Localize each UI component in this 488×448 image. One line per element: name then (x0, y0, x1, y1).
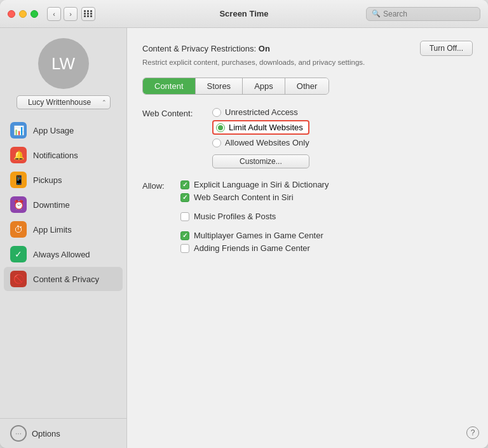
downtime-icon: ⏰ (10, 196, 27, 213)
sidebar-nav: 📊 App Usage 🔔 Notifications 📱 Pickups ⏰ … (0, 118, 126, 418)
radio-allowed-only[interactable]: Allowed Websites Only (212, 138, 309, 147)
app-limits-icon: ⏱ (10, 221, 27, 238)
checkbox-btn-music-profiles[interactable] (180, 212, 189, 221)
radio-unrestricted[interactable]: Unrestricted Access (212, 107, 309, 117)
search-input[interactable] (383, 10, 475, 18)
checkbox-label-multiplayer: Multiplayer Games in Game Center (194, 231, 323, 240)
pickups-icon: 📱 (10, 172, 27, 188)
main-layout: LW Lucy Writtenhouse ⌃ 📊 App Usage 🔔 Not… (0, 28, 488, 448)
title-status: On (259, 44, 270, 53)
radio-limit-adult-highlighted[interactable]: Limit Adult Websites (212, 120, 309, 135)
maximize-button[interactable] (30, 10, 38, 18)
user-select-wrapper: Lucy Writtenhouse ⌃ (17, 95, 111, 109)
title-prefix: Content & Privacy Restrictions: (142, 44, 256, 53)
checkbox-btn-adding-friends[interactable] (180, 244, 189, 253)
checkbox-music-profiles[interactable]: Music Profiles & Posts (180, 212, 329, 221)
grid-button[interactable] (81, 7, 95, 21)
customize-button[interactable]: Customize... (212, 154, 309, 168)
tab-other[interactable]: Other (285, 78, 329, 94)
minimize-button[interactable] (19, 10, 27, 18)
allow-label: Allow: (142, 180, 174, 191)
web-content-section: Web Content: Unrestricted Access Limit A… (142, 107, 473, 168)
content-title: Content & Privacy Restrictions: On (142, 44, 270, 53)
sidebar: LW Lucy Writtenhouse ⌃ 📊 App Usage 🔔 Not… (0, 28, 127, 448)
web-content-label: Web Content: (142, 107, 206, 118)
content-wrapper: Content & Privacy Restrictions: On Turn … (127, 28, 488, 448)
sidebar-label-notifications: Notifications (33, 151, 78, 160)
notifications-icon: 🔔 (10, 147, 27, 163)
traffic-lights (8, 10, 38, 18)
checkboxes: Explicit Language in Siri & Dictionary W… (180, 180, 329, 253)
checkbox-label-adding-friends: Adding Friends in Game Center (194, 243, 310, 253)
content-title-row: Content & Privacy Restrictions: On Turn … (142, 41, 473, 56)
sidebar-label-pickups: Pickups (33, 175, 62, 185)
sidebar-label-content-privacy: Content & Privacy (33, 275, 99, 284)
sidebar-item-pickups[interactable]: 📱 Pickups (4, 168, 123, 192)
checkbox-label-music-profiles: Music Profiles & Posts (194, 212, 276, 221)
checkbox-web-search[interactable]: Web Search Content in Siri (180, 193, 329, 202)
content-privacy-icon: 🚫 (10, 271, 27, 287)
checkbox-btn-explicit-lang[interactable] (180, 180, 189, 189)
search-box[interactable]: 🔍 (366, 7, 480, 21)
radio-btn-unrestricted[interactable] (212, 108, 221, 117)
help-button[interactable]: ? (466, 426, 479, 439)
user-select[interactable]: Lucy Writtenhouse (17, 95, 111, 109)
content-area: Content & Privacy Restrictions: On Turn … (127, 28, 488, 448)
tabs-row: Content Stores Apps Other (142, 78, 329, 95)
sidebar-label-app-limits: App Limits (33, 225, 72, 234)
sidebar-item-notifications[interactable]: 🔔 Notifications (4, 143, 123, 167)
sidebar-label-always-allowed: Always Allowed (33, 250, 90, 259)
radio-label-limit-adult: Limit Adult Websites (229, 123, 303, 132)
checkbox-adding-friends[interactable]: Adding Friends in Game Center (180, 243, 329, 253)
radio-label-allowed-only: Allowed Websites Only (225, 138, 309, 147)
radio-options: Unrestricted Access Limit Adult Websites… (212, 107, 309, 168)
checkbox-btn-multiplayer[interactable] (180, 231, 189, 240)
always-allowed-icon: ✓ (10, 246, 27, 262)
sidebar-label-downtime: Downtime (33, 200, 70, 210)
checkbox-multiplayer[interactable]: Multiplayer Games in Game Center (180, 231, 329, 240)
radio-label-unrestricted: Unrestricted Access (225, 107, 298, 117)
sidebar-item-app-limits[interactable]: ⏱ App Limits (4, 217, 123, 241)
radio-btn-allowed-only[interactable] (212, 139, 221, 147)
back-button[interactable]: ‹ (47, 7, 61, 21)
close-button[interactable] (8, 10, 15, 18)
app-usage-icon: 📊 (10, 122, 27, 139)
sidebar-label-app-usage: App Usage (33, 126, 74, 135)
options-icon[interactable]: ··· (10, 425, 27, 442)
avatar: LW (38, 38, 89, 89)
content-header: Content & Privacy Restrictions: On Turn … (142, 41, 473, 66)
window-title: Screen Time (219, 9, 268, 18)
tab-content[interactable]: Content (143, 78, 196, 94)
checkbox-explicit-lang[interactable]: Explicit Language in Siri & Dictionary (180, 180, 329, 189)
sidebar-item-app-usage[interactable]: 📊 App Usage (4, 118, 123, 142)
sidebar-item-downtime[interactable]: ⏰ Downtime (4, 193, 123, 217)
user-section: LW Lucy Writtenhouse ⌃ (0, 38, 126, 109)
checkbox-btn-web-search[interactable] (180, 193, 189, 202)
turn-off-button[interactable]: Turn Off... (420, 41, 473, 56)
sidebar-item-content-privacy[interactable]: 🚫 Content & Privacy (4, 267, 123, 291)
radio-btn-limit-adult[interactable] (216, 123, 225, 132)
options-label: Options (32, 429, 60, 438)
titlebar: ‹ › Screen Time 🔍 (0, 0, 488, 28)
search-icon: 🔍 (372, 10, 381, 18)
content-subtitle: Restrict explicit content, purchases, do… (142, 58, 473, 66)
checkbox-label-web-search: Web Search Content in Siri (194, 193, 294, 202)
forward-button[interactable]: › (64, 7, 78, 21)
window: ‹ › Screen Time 🔍 LW Lucy Writtenhouse (0, 0, 488, 448)
checkbox-label-explicit-lang: Explicit Language in Siri & Dictionary (194, 180, 329, 189)
tab-apps[interactable]: Apps (243, 78, 285, 94)
allow-section: Allow: Explicit Language in Siri & Dicti… (142, 180, 473, 253)
sidebar-footer: ··· Options (0, 418, 126, 448)
sidebar-item-always-allowed[interactable]: ✓ Always Allowed (4, 242, 123, 266)
tab-stores[interactable]: Stores (196, 78, 243, 94)
grid-icon (84, 10, 93, 17)
nav-buttons: ‹ › (47, 7, 78, 21)
